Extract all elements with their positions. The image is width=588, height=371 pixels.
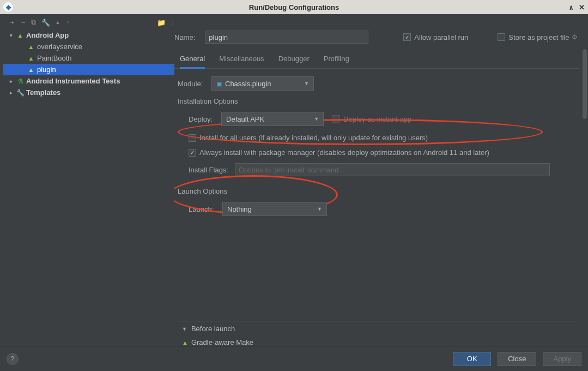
scrollbar[interactable] <box>583 49 587 119</box>
name-label: Name: <box>174 33 195 41</box>
tree-item-overlayservice[interactable]: ▲ overlayservice <box>3 41 174 52</box>
tree-item-plugin[interactable]: ▲ plugin <box>3 64 174 75</box>
wrench-icon: 🔧 <box>16 89 24 97</box>
folder-move-icon[interactable]: 📁 <box>157 19 166 27</box>
window-title: Run/Debug Configurations <box>0 3 588 11</box>
android-icon: ▲ <box>27 67 35 73</box>
chevron-down-icon: ▼ <box>304 81 309 86</box>
app-icon: ◆ <box>3 2 13 12</box>
chevron-down-icon: ▼ <box>317 206 322 212</box>
copy-config-icon[interactable]: ⧉ <box>31 18 36 27</box>
tab-miscellaneous[interactable]: Miscellaneous <box>219 51 264 68</box>
deploy-label: Deploy: <box>189 115 213 123</box>
launch-select[interactable]: Nothing ▼ <box>222 202 327 216</box>
tree-instrumented-tests[interactable]: ▸ ⚗ Android Instrumented Tests <box>3 75 174 87</box>
launch-label: Launch: <box>189 205 222 213</box>
tree-item-paintbooth[interactable]: ▲ PaintBooth <box>3 52 174 64</box>
config-tree: ▾ ▲ Android App ▲ overlayservice ▲ Paint… <box>0 29 174 346</box>
titlebar: ◆ Run/Debug Configurations ∧ ✕ <box>0 0 588 14</box>
deploy-instant-checkbox: Deploy as instant app <box>332 115 411 123</box>
gear-icon[interactable]: ⚙ <box>572 33 578 41</box>
button-bar: ? OK Close Apply <box>0 346 588 371</box>
chevron-down-icon: ▼ <box>314 116 319 122</box>
module-icon: ▣ <box>216 80 222 87</box>
tab-general[interactable]: General <box>180 51 205 69</box>
allow-parallel-checkbox[interactable]: Allow parallel run <box>403 33 468 41</box>
chevron-down-icon: ▼ <box>182 326 187 332</box>
tab-profiling[interactable]: Profiling <box>324 51 349 68</box>
config-toolbar: ＋ − ⧉ 🔧 ▲ ▼ 📁 ↕ <box>4 17 174 27</box>
installation-options-title: Installation Options <box>178 97 579 105</box>
android-icon: ▲ <box>27 44 35 50</box>
tree-templates[interactable]: ▸ 🔧 Templates <box>3 87 174 98</box>
android-icon: ▲ <box>182 339 188 346</box>
ok-button[interactable]: OK <box>453 352 491 366</box>
up-icon[interactable]: ▲ <box>56 20 60 25</box>
tab-debugger[interactable]: Debugger <box>278 51 310 68</box>
tree-android-app[interactable]: ▾ ▲ Android App <box>3 29 174 41</box>
deploy-select[interactable]: Default APK ▼ <box>221 112 324 126</box>
module-select[interactable]: ▣ Chassis.plugin ▼ <box>211 76 314 91</box>
always-install-pm-checkbox[interactable]: Always install with package manager (dis… <box>189 148 579 157</box>
add-config-icon[interactable]: ＋ <box>9 17 16 27</box>
store-as-project-checkbox[interactable]: Store as project file ⚙ <box>498 33 577 41</box>
close-window-button[interactable]: ✕ <box>579 3 585 11</box>
wrench-icon[interactable]: 🔧 <box>41 19 50 27</box>
install-flags-label: Install Flags: <box>189 166 228 174</box>
close-button[interactable]: Close <box>498 352 536 366</box>
remove-config-icon[interactable]: − <box>21 19 26 27</box>
before-launch-header[interactable]: ▼ Before launch <box>178 321 579 336</box>
down-icon[interactable]: ▼ <box>66 20 71 25</box>
android-icon: ▲ <box>27 55 35 62</box>
flask-icon: ⚗ <box>16 77 24 85</box>
minimize-button[interactable]: ∧ <box>569 3 573 11</box>
apply-button[interactable]: Apply <box>543 352 581 366</box>
module-label: Module: <box>178 80 211 88</box>
install-all-users-checkbox[interactable]: Install for all users (if already instal… <box>189 134 579 142</box>
launch-options-title: Launch Options <box>178 187 579 195</box>
name-input[interactable] <box>205 31 368 44</box>
before-launch-task[interactable]: ▲ Gradle-aware Make <box>178 336 579 346</box>
install-flags-input[interactable] <box>235 163 550 176</box>
help-button[interactable]: ? <box>7 353 19 365</box>
tab-bar: General Miscellaneous Debugger Profiling <box>174 51 579 69</box>
android-icon: ▲ <box>16 32 24 39</box>
sort-icon[interactable]: ↕ <box>171 19 175 27</box>
